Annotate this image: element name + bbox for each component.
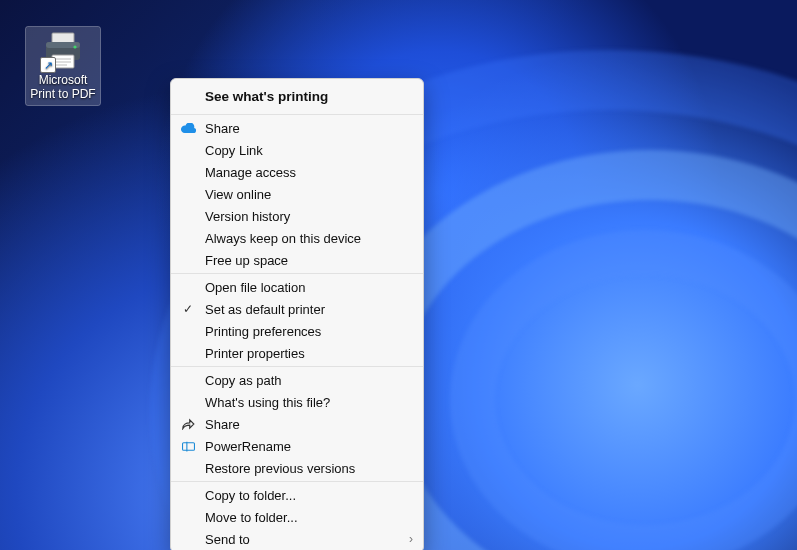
menu-item-copy-to-folder[interactable]: Copy to folder... bbox=[171, 484, 423, 506]
menu-item-copy-link[interactable]: Copy Link bbox=[171, 139, 423, 161]
menu-label: Set as default printer bbox=[205, 302, 413, 317]
desktop-icon-label-line1: Microsoft bbox=[39, 73, 88, 87]
share-icon bbox=[179, 418, 197, 430]
menu-item-view-online[interactable]: View online bbox=[171, 183, 423, 205]
submenu-chevron-icon: › bbox=[409, 532, 413, 546]
svg-point-3 bbox=[73, 45, 76, 48]
menu-label: Free up space bbox=[205, 253, 413, 268]
menu-label: Printing preferences bbox=[205, 324, 413, 339]
desktop-icon-printer[interactable]: ↗ Microsoft Print to PDF bbox=[26, 27, 100, 105]
menu-item-share-system[interactable]: Share bbox=[171, 413, 423, 435]
menu-item-printer-properties[interactable]: Printer properties bbox=[171, 342, 423, 364]
menu-label: Printer properties bbox=[205, 346, 413, 361]
menu-label: Copy Link bbox=[205, 143, 413, 158]
menu-item-free-up-space[interactable]: Free up space bbox=[171, 249, 423, 271]
menu-label: View online bbox=[205, 187, 413, 202]
check-icon: ✓ bbox=[179, 302, 197, 316]
menu-separator bbox=[171, 114, 423, 115]
menu-label: What's using this file? bbox=[205, 395, 413, 410]
menu-separator bbox=[171, 481, 423, 482]
menu-item-always-keep[interactable]: Always keep on this device bbox=[171, 227, 423, 249]
menu-label: PowerRename bbox=[205, 439, 413, 454]
menu-item-printing-preferences[interactable]: Printing preferences bbox=[171, 320, 423, 342]
powerrename-icon bbox=[179, 441, 197, 452]
desktop-icon-label-line2: Print to PDF bbox=[30, 87, 95, 101]
menu-item-copy-as-path[interactable]: Copy as path bbox=[171, 369, 423, 391]
menu-label: Manage access bbox=[205, 165, 413, 180]
context-menu: See what's printing Share Copy Link Mana… bbox=[170, 78, 424, 550]
shortcut-arrow-icon: ↗ bbox=[40, 57, 56, 73]
menu-item-powerrename[interactable]: PowerRename bbox=[171, 435, 423, 457]
menu-separator bbox=[171, 366, 423, 367]
menu-label: Share bbox=[205, 121, 413, 136]
menu-label: Send to bbox=[205, 532, 409, 547]
cloud-icon bbox=[179, 123, 197, 133]
menu-label: Copy to folder... bbox=[205, 488, 413, 503]
menu-label: Open file location bbox=[205, 280, 413, 295]
menu-item-send-to[interactable]: Send to › bbox=[171, 528, 423, 550]
menu-item-manage-access[interactable]: Manage access bbox=[171, 161, 423, 183]
menu-item-whats-using[interactable]: What's using this file? bbox=[171, 391, 423, 413]
menu-label: Share bbox=[205, 417, 413, 432]
menu-label: Restore previous versions bbox=[205, 461, 413, 476]
menu-item-version-history[interactable]: Version history bbox=[171, 205, 423, 227]
context-menu-header[interactable]: See what's printing bbox=[171, 83, 423, 112]
printer-icon: ↗ bbox=[40, 31, 86, 71]
menu-label: Copy as path bbox=[205, 373, 413, 388]
menu-label: Version history bbox=[205, 209, 413, 224]
svg-rect-8 bbox=[182, 442, 194, 450]
menu-item-open-file-location[interactable]: Open file location bbox=[171, 276, 423, 298]
menu-item-set-default-printer[interactable]: ✓ Set as default printer bbox=[171, 298, 423, 320]
menu-item-restore-previous[interactable]: Restore previous versions bbox=[171, 457, 423, 479]
menu-item-share-onedrive[interactable]: Share bbox=[171, 117, 423, 139]
svg-rect-0 bbox=[52, 33, 74, 43]
menu-label: Always keep on this device bbox=[205, 231, 413, 246]
menu-label: Move to folder... bbox=[205, 510, 413, 525]
menu-separator bbox=[171, 273, 423, 274]
menu-item-move-to-folder[interactable]: Move to folder... bbox=[171, 506, 423, 528]
